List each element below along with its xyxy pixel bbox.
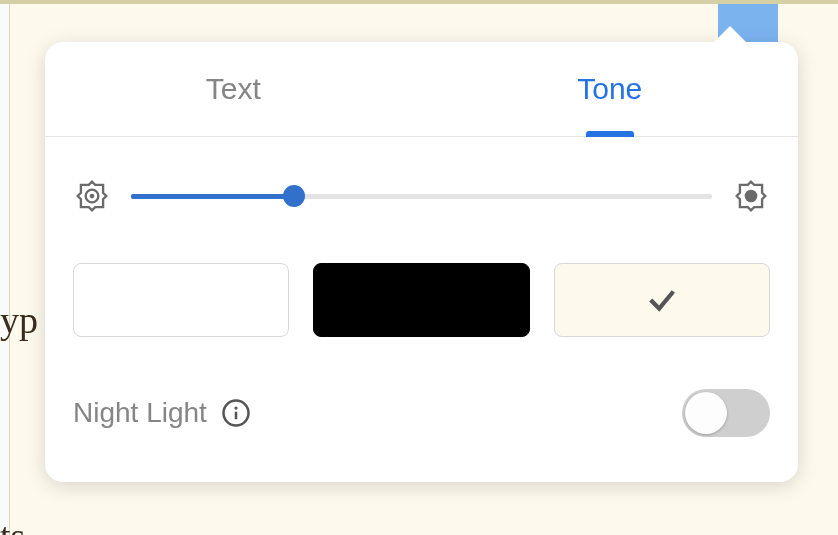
- tab-tone-label: Tone: [577, 72, 642, 106]
- checkmark-icon: [645, 283, 679, 317]
- tab-tone[interactable]: Tone: [422, 42, 799, 136]
- theme-sepia-button[interactable]: [554, 263, 770, 337]
- tab-text-label: Text: [206, 72, 261, 106]
- svg-point-1: [90, 194, 95, 199]
- tone-settings-content: Night Light: [45, 137, 798, 437]
- night-light-toggle[interactable]: [682, 389, 770, 437]
- night-light-row: Night Light: [73, 389, 770, 437]
- theme-black-button[interactable]: [313, 263, 529, 337]
- active-tab-indicator: [586, 131, 634, 137]
- night-light-label: Night Light: [73, 397, 207, 429]
- info-icon[interactable]: [221, 398, 251, 428]
- display-settings-popover: Text Tone: [45, 42, 798, 482]
- svg-rect-5: [235, 412, 238, 420]
- settings-tabs: Text Tone: [45, 42, 798, 137]
- tab-text[interactable]: Text: [45, 42, 422, 136]
- svg-point-4: [234, 406, 237, 409]
- theme-white-button[interactable]: [73, 263, 289, 337]
- brightness-low-icon: [73, 177, 111, 215]
- brightness-high-icon: [732, 177, 770, 215]
- slider-thumb[interactable]: [283, 185, 305, 207]
- toggle-knob: [685, 392, 727, 434]
- page-top-border: [0, 0, 838, 4]
- bg-line: ts.: [0, 500, 578, 535]
- slider-fill: [131, 194, 294, 199]
- brightness-control: [73, 177, 770, 215]
- night-light-label-group: Night Light: [73, 397, 251, 429]
- theme-selector: [73, 263, 770, 337]
- brightness-slider[interactable]: [131, 194, 712, 199]
- svg-point-2: [745, 190, 758, 203]
